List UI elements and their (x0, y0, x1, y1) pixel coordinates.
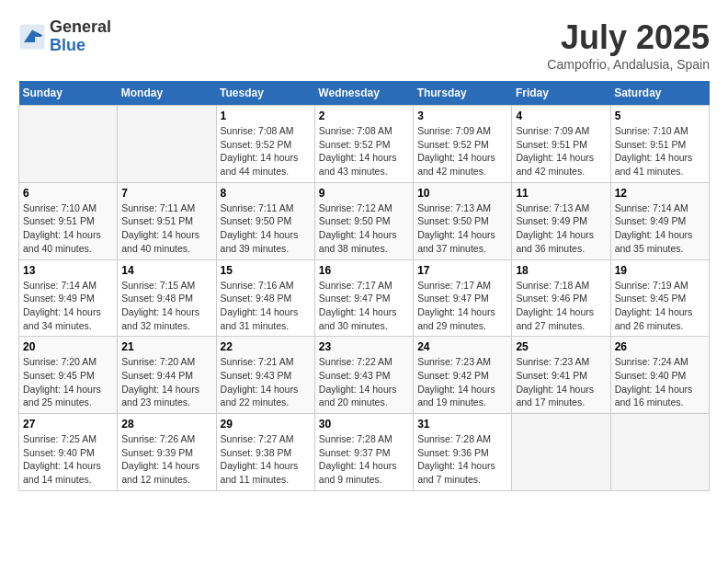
day-number: 1 (221, 109, 311, 122)
calendar-cell: 13Sunrise: 7:14 AM Sunset: 9:49 PM Dayli… (19, 259, 118, 337)
day-number: 3 (417, 109, 507, 122)
weekday-header: Saturday (610, 81, 709, 106)
day-number: 15 (221, 264, 311, 277)
day-number: 29 (221, 418, 311, 431)
cell-content: Sunrise: 7:19 AM Sunset: 9:45 PM Dayligh… (615, 279, 705, 333)
cell-content: Sunrise: 7:23 AM Sunset: 9:41 PM Dayligh… (516, 355, 606, 409)
cell-content: Sunrise: 7:10 AM Sunset: 9:51 PM Dayligh… (615, 124, 705, 178)
calendar-cell: 16Sunrise: 7:17 AM Sunset: 9:47 PM Dayli… (314, 259, 413, 337)
logo-icon (18, 23, 46, 51)
cell-content: Sunrise: 7:13 AM Sunset: 9:49 PM Dayligh… (516, 201, 606, 256)
calendar-cell: 11Sunrise: 7:13 AM Sunset: 9:49 PM Dayli… (512, 182, 610, 259)
calendar-cell: 29Sunrise: 7:27 AM Sunset: 9:38 PM Dayli… (216, 414, 314, 491)
calendar-cell: 22Sunrise: 7:21 AM Sunset: 9:43 PM Dayli… (216, 337, 314, 414)
weekday-header: Monday (118, 81, 216, 106)
calendar-cell: 20Sunrise: 7:20 AM Sunset: 9:45 PM Dayli… (19, 337, 118, 414)
cell-content: Sunrise: 7:11 AM Sunset: 9:50 PM Dayligh… (221, 201, 311, 256)
day-number: 8 (221, 187, 311, 200)
day-number: 11 (516, 187, 606, 200)
calendar-week-row: 13Sunrise: 7:14 AM Sunset: 9:49 PM Dayli… (19, 259, 710, 337)
page-header: General Blue July 2025 Campofrio, Andalu… (18, 18, 710, 72)
calendar-cell (610, 414, 709, 491)
cell-content: Sunrise: 7:08 AM Sunset: 9:52 PM Dayligh… (221, 124, 311, 178)
weekday-header: Tuesday (216, 81, 314, 106)
cell-content: Sunrise: 7:10 AM Sunset: 9:51 PM Dayligh… (23, 201, 113, 256)
day-number: 12 (615, 187, 705, 200)
calendar-cell (118, 106, 216, 183)
day-number: 7 (121, 187, 211, 200)
calendar-week-row: 6Sunrise: 7:10 AM Sunset: 9:51 PM Daylig… (19, 182, 710, 259)
calendar-cell: 15Sunrise: 7:16 AM Sunset: 9:48 PM Dayli… (216, 259, 314, 337)
calendar-cell (512, 414, 610, 491)
cell-content: Sunrise: 7:12 AM Sunset: 9:50 PM Dayligh… (319, 201, 409, 256)
cell-content: Sunrise: 7:17 AM Sunset: 9:47 PM Dayligh… (319, 279, 409, 333)
cell-content: Sunrise: 7:18 AM Sunset: 9:46 PM Dayligh… (516, 279, 606, 333)
calendar-cell: 17Sunrise: 7:17 AM Sunset: 9:47 PM Dayli… (414, 259, 512, 337)
calendar-cell: 7Sunrise: 7:11 AM Sunset: 9:51 PM Daylig… (118, 182, 216, 259)
calendar-cell: 23Sunrise: 7:22 AM Sunset: 9:43 PM Dayli… (314, 337, 413, 414)
day-number: 26 (615, 340, 705, 353)
calendar-cell: 30Sunrise: 7:28 AM Sunset: 9:37 PM Dayli… (314, 414, 413, 491)
calendar-cell: 19Sunrise: 7:19 AM Sunset: 9:45 PM Dayli… (610, 259, 709, 337)
calendar-week-row: 27Sunrise: 7:25 AM Sunset: 9:40 PM Dayli… (19, 414, 710, 491)
calendar-cell: 2Sunrise: 7:08 AM Sunset: 9:52 PM Daylig… (314, 106, 413, 183)
cell-content: Sunrise: 7:16 AM Sunset: 9:48 PM Dayligh… (221, 279, 311, 333)
weekday-header-row: SundayMondayTuesdayWednesdayThursdayFrid… (19, 81, 710, 106)
day-number: 31 (417, 418, 507, 431)
title-block: July 2025 Campofrio, Andalusia, Spain (547, 18, 710, 72)
weekday-header: Thursday (414, 81, 512, 106)
day-number: 22 (221, 340, 311, 353)
calendar-cell: 10Sunrise: 7:13 AM Sunset: 9:50 PM Dayli… (414, 182, 512, 259)
day-number: 28 (121, 418, 211, 431)
calendar-cell: 8Sunrise: 7:11 AM Sunset: 9:50 PM Daylig… (216, 182, 314, 259)
day-number: 16 (319, 264, 409, 277)
day-number: 17 (417, 264, 507, 277)
cell-content: Sunrise: 7:11 AM Sunset: 9:51 PM Dayligh… (121, 201, 211, 256)
day-number: 27 (23, 418, 113, 431)
day-number: 4 (516, 109, 606, 122)
day-number: 20 (23, 340, 113, 353)
logo-text: General Blue (50, 18, 111, 55)
cell-content: Sunrise: 7:17 AM Sunset: 9:47 PM Dayligh… (417, 279, 507, 333)
day-number: 25 (516, 340, 606, 353)
day-number: 10 (417, 187, 507, 200)
cell-content: Sunrise: 7:09 AM Sunset: 9:52 PM Dayligh… (417, 124, 507, 178)
cell-content: Sunrise: 7:14 AM Sunset: 9:49 PM Dayligh… (23, 279, 113, 333)
cell-content: Sunrise: 7:09 AM Sunset: 9:51 PM Dayligh… (516, 124, 606, 178)
cell-content: Sunrise: 7:20 AM Sunset: 9:45 PM Dayligh… (23, 355, 113, 409)
cell-content: Sunrise: 7:08 AM Sunset: 9:52 PM Dayligh… (319, 124, 409, 178)
calendar-table: SundayMondayTuesdayWednesdayThursdayFrid… (18, 81, 710, 491)
calendar-cell: 6Sunrise: 7:10 AM Sunset: 9:51 PM Daylig… (19, 182, 118, 259)
calendar-cell: 14Sunrise: 7:15 AM Sunset: 9:48 PM Dayli… (118, 259, 216, 337)
calendar-cell: 3Sunrise: 7:09 AM Sunset: 9:52 PM Daylig… (414, 106, 512, 183)
calendar-cell (19, 106, 118, 183)
location: Campofrio, Andalusia, Spain (547, 57, 710, 72)
day-number: 13 (23, 264, 113, 277)
day-number: 14 (121, 264, 211, 277)
cell-content: Sunrise: 7:28 AM Sunset: 9:37 PM Dayligh… (319, 432, 409, 487)
cell-content: Sunrise: 7:28 AM Sunset: 9:36 PM Dayligh… (417, 432, 507, 487)
cell-content: Sunrise: 7:13 AM Sunset: 9:50 PM Dayligh… (417, 201, 507, 256)
cell-content: Sunrise: 7:14 AM Sunset: 9:49 PM Dayligh… (615, 201, 705, 256)
cell-content: Sunrise: 7:24 AM Sunset: 9:40 PM Dayligh… (615, 355, 705, 409)
calendar-cell: 28Sunrise: 7:26 AM Sunset: 9:39 PM Dayli… (118, 414, 216, 491)
day-number: 18 (516, 264, 606, 277)
cell-content: Sunrise: 7:23 AM Sunset: 9:42 PM Dayligh… (417, 355, 507, 409)
calendar-cell: 9Sunrise: 7:12 AM Sunset: 9:50 PM Daylig… (314, 182, 413, 259)
cell-content: Sunrise: 7:27 AM Sunset: 9:38 PM Dayligh… (221, 432, 311, 487)
calendar-week-row: 20Sunrise: 7:20 AM Sunset: 9:45 PM Dayli… (19, 337, 710, 414)
day-number: 19 (615, 264, 705, 277)
day-number: 9 (319, 187, 409, 200)
cell-content: Sunrise: 7:25 AM Sunset: 9:40 PM Dayligh… (23, 432, 113, 487)
weekday-header: Friday (512, 81, 610, 106)
cell-content: Sunrise: 7:26 AM Sunset: 9:39 PM Dayligh… (121, 432, 211, 487)
calendar-cell: 24Sunrise: 7:23 AM Sunset: 9:42 PM Dayli… (414, 337, 512, 414)
calendar-cell: 31Sunrise: 7:28 AM Sunset: 9:36 PM Dayli… (414, 414, 512, 491)
weekday-header: Sunday (19, 81, 118, 106)
day-number: 24 (417, 340, 507, 353)
weekday-header: Wednesday (314, 81, 413, 106)
day-number: 30 (319, 418, 409, 431)
calendar-cell: 5Sunrise: 7:10 AM Sunset: 9:51 PM Daylig… (610, 106, 709, 183)
logo-general: General (50, 18, 111, 37)
day-number: 5 (615, 109, 705, 122)
